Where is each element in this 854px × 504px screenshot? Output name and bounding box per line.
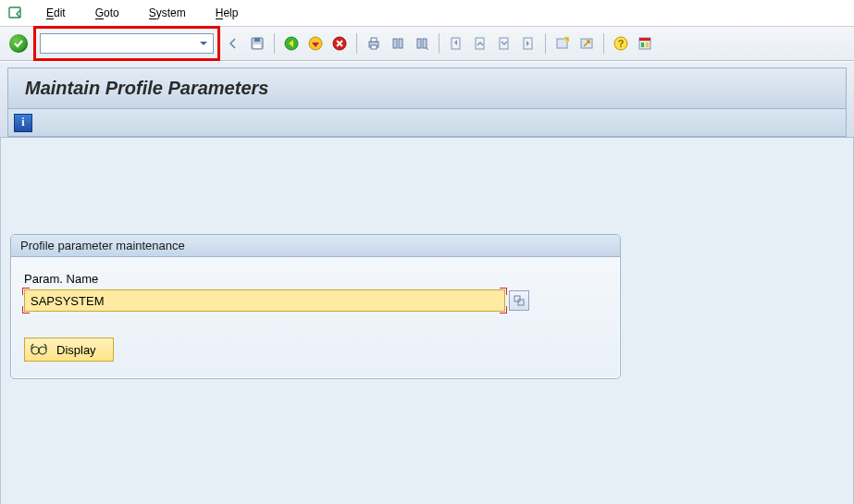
back-icon[interactable] (280, 32, 303, 55)
menu-help[interactable]: Help (203, 5, 252, 21)
glasses-icon (31, 343, 47, 356)
svg-point-29 (39, 347, 46, 354)
last-page-icon[interactable] (517, 32, 539, 55)
standard-toolbar: ? (0, 26, 854, 61)
svg-rect-11 (399, 39, 402, 48)
page-title: Maintain Profile Parameters (25, 78, 829, 99)
param-name-input[interactable] (24, 289, 505, 312)
page-title-bar: Maintain Profile Parameters (7, 68, 847, 109)
profile-parameter-group: Profile parameter maintenance Param. Nam… (10, 234, 621, 379)
work-area: Profile parameter maintenance Param. Nam… (0, 138, 854, 504)
svg-rect-2 (254, 38, 260, 42)
search-help-icon[interactable] (509, 290, 529, 311)
svg-rect-26 (514, 296, 520, 301)
svg-rect-24 (641, 43, 644, 47)
group-title: Profile parameter maintenance (11, 235, 620, 257)
exit-icon[interactable] (304, 32, 327, 55)
shortcut-icon[interactable] (576, 32, 598, 55)
session-manager-icon[interactable] (7, 5, 24, 21)
svg-rect-25 (646, 43, 649, 47)
svg-rect-13 (423, 39, 427, 48)
svg-rect-27 (518, 300, 524, 305)
find-icon[interactable] (387, 32, 409, 55)
print-icon[interactable] (363, 32, 385, 55)
svg-rect-9 (371, 45, 377, 49)
svg-rect-3 (254, 44, 261, 48)
prev-page-icon[interactable] (469, 32, 491, 55)
title-area: Maintain Profile Parameters i (0, 61, 854, 138)
param-name-label: Param. Name (24, 272, 607, 286)
next-page-icon[interactable] (493, 32, 515, 55)
svg-rect-12 (417, 39, 421, 48)
command-field[interactable] (40, 33, 214, 54)
new-session-icon[interactable] (551, 32, 574, 55)
menu-system[interactable]: System (136, 5, 199, 21)
cancel-icon[interactable] (328, 32, 351, 55)
save-icon[interactable] (246, 32, 268, 55)
svg-rect-8 (371, 38, 377, 42)
svg-text:?: ? (618, 38, 625, 49)
back-small-icon[interactable] (222, 32, 244, 55)
find-next-icon[interactable] (411, 32, 433, 55)
display-button[interactable]: Display (24, 338, 114, 362)
menubar: Edit Goto System Help (0, 0, 854, 26)
application-toolbar: i (7, 109, 847, 137)
svg-point-28 (31, 347, 39, 354)
first-page-icon[interactable] (445, 32, 467, 55)
help-icon[interactable]: ? (610, 32, 632, 55)
menu-edit[interactable]: Edit (33, 5, 79, 21)
svg-rect-23 (639, 38, 650, 41)
documentation-icon[interactable]: i (14, 114, 32, 132)
svg-rect-10 (393, 39, 397, 48)
enter-icon[interactable] (9, 34, 28, 53)
display-button-label: Display (56, 343, 96, 357)
layout-menu-icon[interactable] (634, 32, 656, 55)
command-field-highlight (33, 26, 220, 61)
menu-goto[interactable]: Goto (82, 5, 132, 21)
